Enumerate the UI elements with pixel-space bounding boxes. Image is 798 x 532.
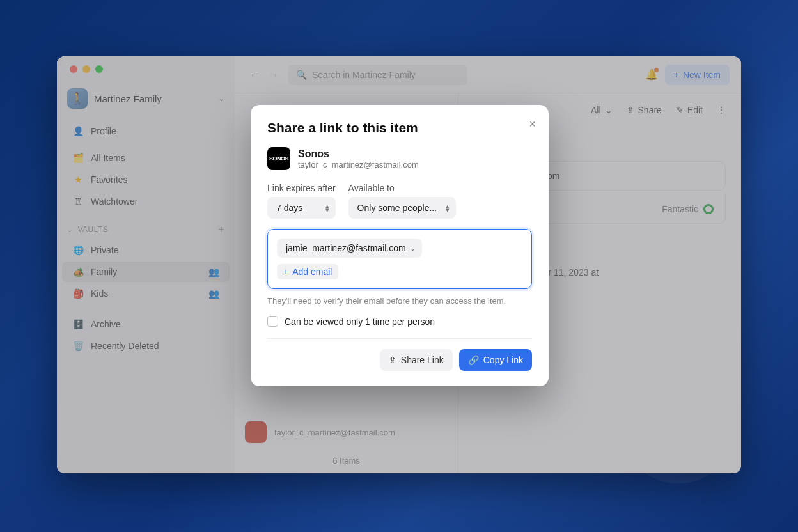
add-email-button[interactable]: + Add email	[277, 264, 338, 279]
sort-icon: ▴▾	[446, 204, 450, 212]
expires-label: Link expires after	[267, 183, 336, 193]
modal-item-sub: taylor_c_martinez@fastmail.com	[298, 160, 419, 169]
link-icon: 🔗	[468, 355, 479, 365]
available-select[interactable]: Only some people... ▴▾	[348, 197, 457, 219]
checkbox[interactable]	[267, 316, 278, 327]
sort-icon: ▴▾	[325, 204, 329, 212]
share-icon: ⇪	[389, 355, 396, 365]
chevron-down-icon: ⌄	[410, 244, 416, 253]
expires-select[interactable]: 7 days ▴▾	[267, 197, 336, 219]
recipients-box[interactable]: jamie_martinez@fastmail.com ⌄ + Add emai…	[267, 229, 532, 289]
share-link-modal: × Share a link to this item SONOS Sonos …	[251, 105, 549, 386]
recipient-chip[interactable]: jamie_martinez@fastmail.com ⌄	[277, 239, 422, 258]
item-glyph: SONOS	[267, 147, 290, 170]
checkbox-label: Can be viewed only 1 time per person	[285, 317, 435, 327]
close-button[interactable]: ×	[529, 118, 536, 131]
modal-title: Share a link to this item	[267, 120, 532, 136]
modal-item-name: Sonos	[298, 148, 419, 160]
view-once-row[interactable]: Can be viewed only 1 time per person	[267, 316, 532, 339]
share-link-button[interactable]: ⇪ Share Link	[380, 349, 453, 371]
helper-text: They'll need to verify their email befor…	[267, 295, 532, 307]
copy-link-button[interactable]: 🔗 Copy Link	[459, 349, 532, 371]
modal-item-header: SONOS Sonos taylor_c_martinez@fastmail.c…	[267, 147, 532, 170]
plus-icon: +	[283, 267, 288, 277]
available-label: Available to	[348, 183, 457, 193]
